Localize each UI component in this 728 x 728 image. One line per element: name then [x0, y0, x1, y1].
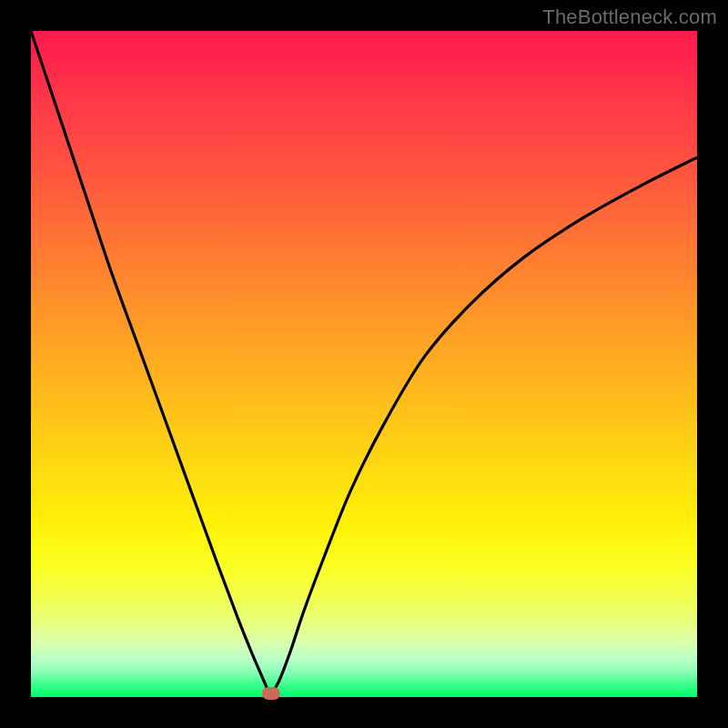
optimal-point-marker — [262, 687, 280, 700]
chart-frame: TheBottleneck.com — [0, 0, 728, 728]
bottleneck-curve — [31, 31, 697, 697]
watermark-text: TheBottleneck.com — [542, 5, 717, 29]
plot-area — [31, 31, 697, 697]
